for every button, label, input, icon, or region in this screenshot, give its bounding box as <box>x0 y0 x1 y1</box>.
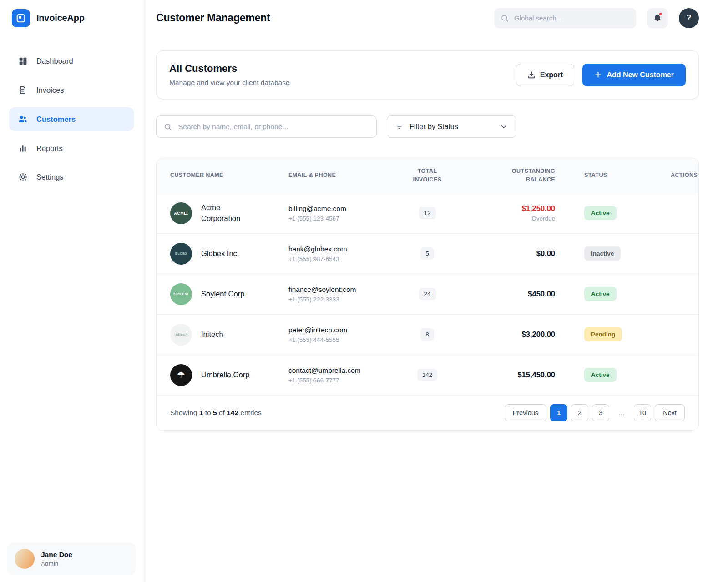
pagination-page-10[interactable]: 10 <box>634 404 651 421</box>
customer-name: Initech <box>201 329 223 340</box>
status-filter-label: Filter by Status <box>410 123 458 131</box>
pagination-page-2[interactable]: 2 <box>571 404 588 421</box>
sidebar-item-label: Settings <box>36 173 64 181</box>
section-title: All Customers <box>169 63 290 75</box>
customer-phone: +1 (555) 987-6543 <box>288 256 393 262</box>
customer-search <box>156 115 377 138</box>
balance-note: Overdue <box>461 215 555 222</box>
content: All Customers Manage and view your clien… <box>143 36 728 449</box>
page-header-card: All Customers Manage and view your clien… <box>156 50 699 99</box>
invoice-count-badge: 24 <box>419 288 435 300</box>
column-header-total-invoices: TOTAL INVOICES <box>393 158 461 193</box>
actions-cell <box>639 193 699 233</box>
sidebar-item-invoices[interactable]: Invoices <box>9 79 134 101</box>
customer-logo: initech <box>170 324 192 346</box>
user-role: Admin <box>41 560 72 567</box>
sidebar-item-reports[interactable]: Reports <box>9 137 134 160</box>
pagination-previous-button[interactable]: Previous <box>505 404 546 421</box>
pagination-page-3[interactable]: 3 <box>592 404 609 421</box>
page-title: Customer Management <box>156 12 270 24</box>
actions-cell <box>639 274 699 314</box>
export-button[interactable]: Export <box>516 64 575 86</box>
customer-email: finance@soylent.com <box>288 286 393 294</box>
sidebar-item-label: Invoices <box>36 86 64 95</box>
section-subtitle: Manage and view your client database <box>169 79 290 87</box>
status-badge: Active <box>584 206 617 220</box>
app-logo-row: InvoiceApp <box>0 0 143 36</box>
customers-icon <box>17 114 28 124</box>
global-search <box>494 8 636 28</box>
app-name: InvoiceApp <box>36 13 85 23</box>
gear-icon <box>17 172 28 182</box>
add-new-customer-button[interactable]: Add New Customer <box>582 64 686 86</box>
main: Customer Management ? All Customers Mana… <box>143 0 728 582</box>
outstanding-balance: $15,450.00 <box>461 371 555 379</box>
customer-name: Acme Corporation <box>201 202 258 223</box>
pagination-page-1[interactable]: 1 <box>550 404 567 421</box>
customer-phone: +1 (555) 222-3333 <box>288 296 393 303</box>
app-logo-icon <box>16 13 26 23</box>
customer-phone: +1 (555) 123-4567 <box>288 215 393 222</box>
pagination-ellipsis: … <box>613 404 630 421</box>
chevron-down-icon <box>500 123 508 131</box>
outstanding-balance: $1,250.00 <box>461 204 555 213</box>
global-search-input[interactable] <box>513 14 630 22</box>
table-row[interactable]: GLOBX Globex Inc. hank@globex.com +1 (55… <box>157 233 699 274</box>
customer-email: hank@globex.com <box>288 245 393 253</box>
add-new-customer-label: Add New Customer <box>607 71 674 79</box>
user-name: Jane Doe <box>41 551 72 559</box>
customer-search-input[interactable] <box>177 122 369 131</box>
sidebar-item-dashboard[interactable]: Dashboard <box>9 50 134 73</box>
customer-name: Globex Inc. <box>201 248 239 259</box>
avatar <box>15 549 35 569</box>
help-button[interactable]: ? <box>679 8 699 28</box>
table-row[interactable]: ACME. Acme Corporation billing@acme.com … <box>157 193 699 233</box>
column-header-status: STATUS <box>557 158 639 193</box>
entries-summary: Showing 1 to 5 of 142 entries <box>170 409 262 417</box>
dashboard-icon <box>17 56 28 66</box>
status-badge: Pending <box>584 327 622 341</box>
column-header-email-phone: EMAIL & PHONE <box>288 158 393 193</box>
pagination-next-button[interactable]: Next <box>655 404 685 421</box>
status-filter-dropdown[interactable]: Filter by Status <box>387 115 516 138</box>
customer-name: Umbrella Corp <box>201 370 249 380</box>
sidebar-item-customers[interactable]: Customers <box>9 107 134 131</box>
customer-name: Soylent Corp <box>201 289 244 299</box>
app-logo <box>12 9 30 27</box>
customers-table: CUSTOMER NAME EMAIL & PHONE TOTAL INVOIC… <box>157 158 699 396</box>
status-badge: Active <box>584 368 617 382</box>
search-icon <box>500 14 509 22</box>
table-row[interactable]: ☂ Umbrella Corp contact@umbrella.com +1 … <box>157 355 699 395</box>
pagination-pages: 123…10 <box>550 404 651 421</box>
invoice-count-badge: 5 <box>420 247 434 260</box>
topbar: Customer Management ? <box>143 0 728 36</box>
status-badge: Active <box>584 287 617 301</box>
customer-logo: SOYLENT <box>170 283 192 305</box>
filter-icon <box>395 123 404 131</box>
table-footer: Showing 1 to 5 of 142 entries Previous 1… <box>157 396 698 430</box>
sidebar-item-settings[interactable]: Settings <box>9 166 134 189</box>
invoice-count-badge: 142 <box>417 369 438 381</box>
sidebar-nav: Dashboard Invoices Customers Reports Set… <box>0 36 143 189</box>
customer-email: billing@acme.com <box>288 205 393 213</box>
actions-cell <box>639 355 699 395</box>
actions-cell <box>639 233 699 274</box>
export-button-label: Export <box>540 71 563 79</box>
topbar-actions: ? <box>494 8 699 28</box>
customer-phone: +1 (555) 666-7777 <box>288 377 393 384</box>
column-header-customer-name: CUSTOMER NAME <box>157 158 288 193</box>
customer-email: contact@umbrella.com <box>288 366 393 375</box>
toolbar-actions: Export Add New Customer <box>516 64 686 86</box>
column-header-outstanding-balance: OUTSTANDING BALANCE <box>461 158 557 193</box>
pagination: Previous 123…10 Next <box>505 404 685 421</box>
reports-icon <box>17 144 28 153</box>
table-row[interactable]: initech Initech peter@initech.com +1 (55… <box>157 314 699 355</box>
customer-table-body: ACME. Acme Corporation billing@acme.com … <box>157 193 699 395</box>
customers-table-card: CUSTOMER NAME EMAIL & PHONE TOTAL INVOIC… <box>156 158 699 431</box>
user-card[interactable]: Jane Doe Admin <box>7 543 136 575</box>
table-header-row: CUSTOMER NAME EMAIL & PHONE TOTAL INVOIC… <box>157 158 699 193</box>
outstanding-balance: $450.00 <box>461 290 555 298</box>
table-row[interactable]: SOYLENT Soylent Corp finance@soylent.com… <box>157 274 699 314</box>
sidebar-item-label: Dashboard <box>36 57 73 65</box>
notifications-button[interactable] <box>647 8 668 28</box>
